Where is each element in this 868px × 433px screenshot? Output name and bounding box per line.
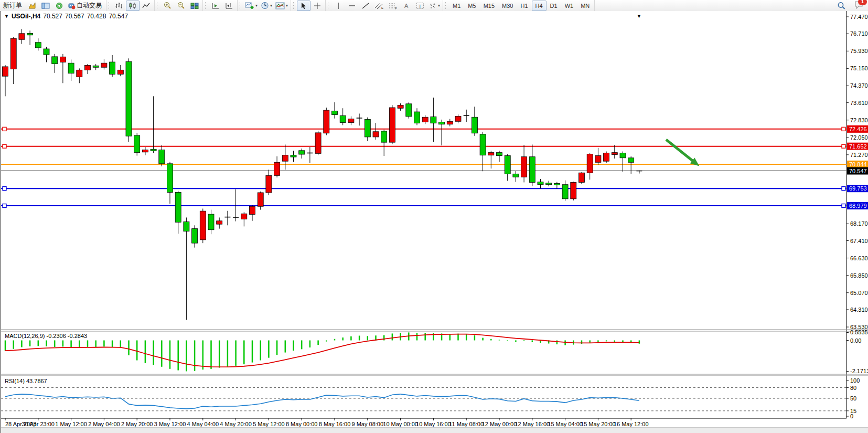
macd-signal-line	[5, 334, 639, 367]
price-tick-label: 68.170	[850, 220, 868, 227]
candle-body	[175, 193, 181, 223]
candle-body	[151, 149, 156, 151]
hline-handle[interactable]	[3, 187, 6, 191]
candle-body	[192, 229, 198, 244]
cursor-button[interactable]	[297, 1, 310, 11]
hline-handle[interactable]	[3, 144, 6, 148]
new-order-button[interactable]: 新订单	[1, 1, 25, 11]
timeframe-button-m5[interactable]: M5	[464, 1, 479, 11]
trend-arrow-annotation[interactable]	[666, 140, 694, 162]
line-chart-button[interactable]	[140, 1, 153, 11]
notification-badge: 1	[858, 0, 867, 5]
horizontal-line-button[interactable]	[345, 1, 359, 11]
timeframe-button-m1[interactable]: M1	[449, 1, 464, 11]
fibonacci-button[interactable]: F	[386, 1, 400, 11]
candle-body	[406, 104, 412, 117]
auto-scroll-button[interactable]	[209, 1, 222, 11]
badge-handle[interactable]	[842, 187, 845, 191]
arrows-button[interactable]: ▾	[427, 1, 442, 11]
badge-handle[interactable]	[842, 127, 845, 131]
toolbar-grip[interactable]	[327, 2, 329, 9]
periods-button[interactable]: ▾	[259, 1, 274, 11]
candle-body	[488, 153, 494, 155]
toolbar-grip[interactable]	[239, 2, 241, 9]
tile-windows-button[interactable]	[188, 1, 201, 11]
time-tick-label: 30 Apr 23:00	[22, 421, 55, 427]
macd-tick-label: 0.00	[850, 337, 861, 344]
timeframe-button-h1[interactable]: H1	[517, 1, 531, 11]
candle-body	[68, 63, 74, 73]
navigator-icon[interactable]	[39, 1, 52, 11]
bar-chart-button[interactable]	[112, 1, 126, 11]
candle-body	[60, 57, 66, 62]
candle-body	[77, 70, 82, 77]
price-tick-label: 72.830	[850, 117, 868, 123]
candle-body	[373, 132, 379, 137]
candle-body	[422, 117, 428, 122]
toolbar-grip[interactable]	[156, 2, 158, 9]
candle-body	[595, 156, 601, 163]
trendline-button[interactable]	[359, 1, 372, 11]
toolbar-grip[interactable]	[444, 2, 446, 9]
hline-handle[interactable]	[3, 204, 6, 208]
channel-button[interactable]: E	[372, 1, 386, 11]
candle-body	[620, 153, 626, 157]
candle-body	[159, 150, 165, 164]
chevron-down-icon: ▾	[255, 3, 258, 8]
text-label-button[interactable]: T	[413, 1, 427, 11]
candle-body	[587, 154, 593, 173]
collapse-triangle-icon[interactable]: ▼	[4, 14, 9, 19]
candle-body	[266, 175, 272, 193]
candle-body	[628, 158, 634, 162]
price-badge-label: 69.753	[849, 185, 867, 192]
zoom-out-button[interactable]	[174, 1, 188, 11]
price-tick-label: 64.310	[850, 307, 868, 313]
autotrading-label: 自动交易	[77, 1, 102, 10]
candlestick-chart-button[interactable]	[126, 1, 140, 11]
time-tick-label: 3 May 12:00	[154, 421, 186, 427]
timeframe-button-h4[interactable]: H4	[532, 1, 546, 11]
timeframe-button-d1[interactable]: D1	[546, 1, 561, 11]
market-watch-icon[interactable]	[25, 1, 39, 11]
toolbar-grip[interactable]	[204, 2, 206, 9]
ohlc-close: 70.547	[109, 13, 128, 20]
badge-handle[interactable]	[842, 144, 845, 148]
templates-button[interactable]: ▾	[274, 1, 290, 11]
notifications-button[interactable]: 1	[854, 1, 864, 10]
zoom-in-button[interactable]	[160, 1, 174, 11]
timeframe-button-m30[interactable]: M30	[498, 1, 517, 11]
crosshair-button[interactable]	[310, 1, 324, 11]
time-tick-label: 1 May 12:00	[55, 421, 87, 427]
candle-body	[184, 222, 189, 231]
timeframe-button-mn[interactable]: MN	[577, 1, 593, 11]
candle-body	[110, 62, 115, 74]
timeframe-button-w1[interactable]: W1	[561, 1, 577, 11]
search-icon[interactable]	[834, 1, 848, 11]
chart-canvas[interactable]: ▼77.47076.71075.93075.15074.37073.61072.…	[1, 11, 868, 433]
toolbar-grip[interactable]	[108, 2, 110, 9]
badge-handle[interactable]	[842, 204, 845, 208]
candle-body	[27, 33, 33, 35]
chevron-down-icon: ▾	[270, 3, 272, 8]
price-tick-label: 66.630	[850, 255, 868, 261]
candle-body	[513, 174, 519, 177]
rsi-tick-label: 100	[850, 377, 860, 384]
candle-body	[389, 108, 395, 142]
timeframe-button-m15[interactable]: M15	[480, 1, 498, 11]
hline-handle[interactable]	[3, 127, 6, 131]
terminal-icon[interactable]	[52, 1, 66, 11]
vertical-line-button[interactable]	[331, 1, 345, 11]
candle-body	[167, 164, 173, 193]
rsi-indicator-label: RSI(14) 43.7867	[5, 378, 47, 384]
chart-shift-button[interactable]	[222, 1, 236, 11]
toolbar-grip[interactable]	[292, 2, 294, 9]
indicators-button[interactable]: ▾	[243, 1, 259, 11]
autotrading-button[interactable]: 自动交易	[66, 1, 105, 11]
time-tick-label: 12 May 16:00	[515, 421, 550, 427]
time-tick-label: 5 May 12:00	[253, 421, 285, 427]
candle-body	[439, 122, 445, 124]
text-button[interactable]: A	[400, 1, 413, 11]
candle-body	[44, 49, 49, 55]
candle-body	[571, 182, 576, 198]
candle-body	[315, 133, 321, 153]
